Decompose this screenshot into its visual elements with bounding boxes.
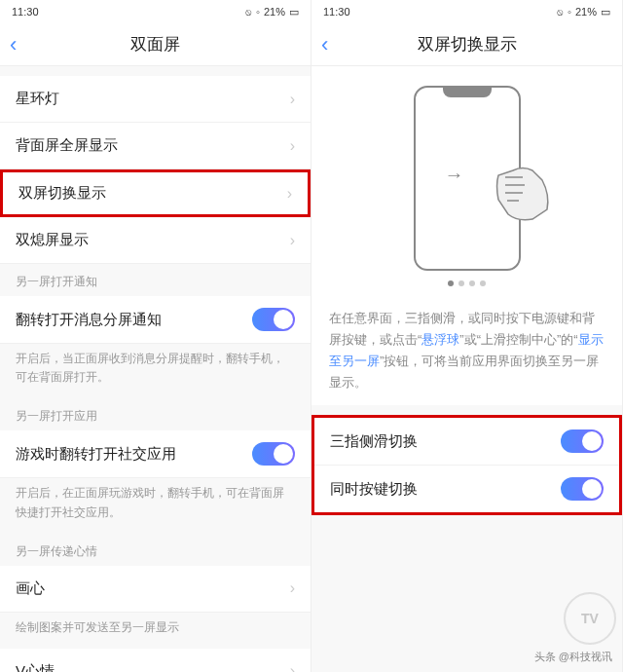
back-button[interactable]: ‹ (10, 34, 17, 56)
group-app: 另一屏打开应用 (0, 398, 311, 430)
status-time: 11:30 (12, 6, 39, 18)
wifi-icon: ◦ (568, 6, 571, 18)
hint-flip-notify: 开启后，当正面屏收到消息分屏提醒时，翻转手机，可在背面屏打开。 (0, 344, 311, 398)
status-time: 11:30 (323, 6, 350, 18)
chevron-right-icon: › (290, 579, 295, 597)
dot[interactable] (469, 280, 475, 286)
toggle-flip-notify[interactable] (252, 308, 295, 331)
battery-icon: ▭ (289, 6, 299, 19)
hand-swipe-icon (494, 156, 552, 224)
item-dual-off[interactable]: 双熄屏显示 › (0, 217, 311, 264)
item-back-full[interactable]: 背面屏全屏显示 › (0, 123, 311, 169)
battery-pct: 21% (575, 6, 597, 18)
group-notify: 另一屏打开通知 (0, 264, 311, 296)
chevron-right-icon: › (290, 91, 295, 108)
header: ‹ 双屏切换显示 (312, 23, 622, 66)
header: ‹ 双面屏 (0, 23, 311, 66)
battery-icon: ▭ (601, 6, 610, 19)
chevron-right-icon: › (287, 185, 292, 203)
page-dots (448, 280, 486, 286)
item-huaxin[interactable]: 画心 › (0, 566, 311, 613)
chevron-right-icon: › (290, 137, 295, 155)
status-bar: 11:30 ⍉ ◦ 21% ▭ (312, 0, 622, 23)
gesture-illustration: → (312, 66, 622, 296)
settings-list: 星环灯 › 背面屏全屏显示 › 双屏切换显示 › 双熄屏显示 › 另一屏打开通知… (0, 66, 311, 672)
watermark-logo: TV (564, 592, 616, 645)
gesture-description: 在任意界面，三指侧滑，或同时按下电源键和背屏按键，或点击“悬浮球”或“上滑控制中… (312, 296, 622, 405)
dnd-icon: ⍉ (557, 6, 564, 18)
status-right: ⍉ ◦ 21% ▭ (245, 6, 299, 19)
attribution: 头条 @科技视讯 (534, 650, 612, 664)
wifi-icon: ◦ (256, 6, 260, 18)
item-flip-notify[interactable]: 翻转打开消息分屏通知 (0, 296, 311, 344)
arrow-right-icon: → (445, 164, 464, 186)
right-phone: 11:30 ⍉ ◦ 21% ▭ ‹ 双屏切换显示 → 在任意界面，三指侧滑，或同… (312, 0, 623, 672)
hint-huaxin: 绘制图案并可发送至另一屏显示 (0, 613, 311, 649)
mock-phone-icon: → (414, 86, 521, 271)
battery-pct: 21% (264, 6, 285, 18)
page-title: 双面屏 (0, 33, 311, 56)
item-vxin[interactable]: V心情 › (0, 649, 311, 672)
switch-methods-group: 三指侧滑切换 同时按键切换 (312, 415, 622, 515)
toggle-game-social[interactable] (252, 442, 295, 466)
status-bar: 11:30 ⍉ ◦ 21% ▭ (0, 0, 311, 23)
dot[interactable] (448, 280, 454, 286)
item-three-finger[interactable]: 三指侧滑切换 (314, 418, 619, 466)
page-title: 双屏切换显示 (312, 33, 622, 56)
left-phone: 11:30 ⍉ ◦ 21% ▭ ‹ 双面屏 星环灯 › 背面屏全屏显示 › 双屏… (0, 0, 312, 672)
group-mood: 另一屏传递心情 (0, 534, 311, 566)
toggle-both-keys[interactable] (561, 477, 604, 501)
hint-game-social: 开启后，在正面屏玩游戏时，翻转手机，可在背面屏快捷打开社交应用。 (0, 478, 311, 533)
back-button[interactable]: ‹ (321, 34, 328, 56)
chevron-right-icon: › (290, 232, 295, 249)
dnd-icon: ⍉ (245, 6, 252, 18)
status-right: ⍉ ◦ 21% ▭ (557, 6, 610, 19)
dot[interactable] (458, 280, 464, 286)
item-both-keys[interactable]: 同时按键切换 (314, 466, 619, 512)
dot[interactable] (480, 280, 486, 286)
item-ring-light[interactable]: 星环灯 › (0, 76, 311, 123)
item-dual-switch[interactable]: 双屏切换显示 › (0, 169, 311, 217)
chevron-right-icon: › (290, 662, 295, 672)
toggle-three-finger[interactable] (561, 429, 604, 453)
item-game-social[interactable]: 游戏时翻转打开社交应用 (0, 430, 311, 478)
